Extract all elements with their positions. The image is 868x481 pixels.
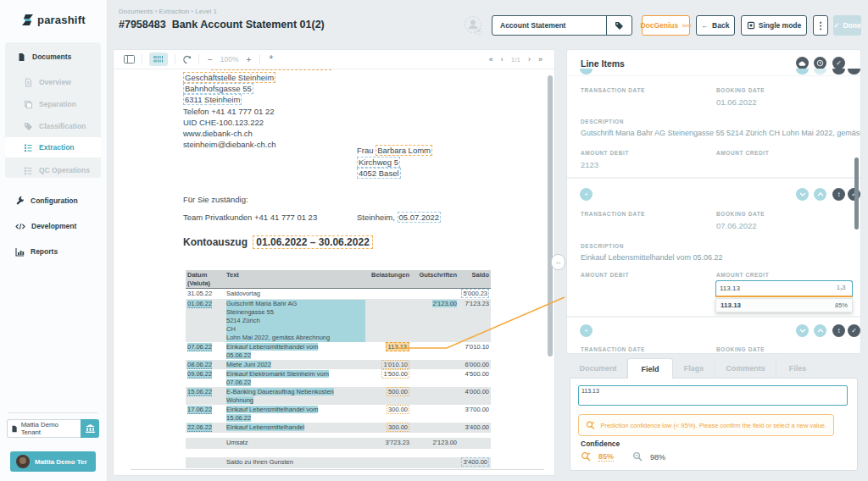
- extracted-field[interactable]: 3'400.00: [461, 457, 489, 467]
- extracted-field[interactable]: 07.06.22: [187, 343, 212, 351]
- extracted-field[interactable]: 08.06.22: [187, 361, 212, 369]
- tab-field[interactable]: Field: [627, 358, 673, 379]
- refresh-icon[interactable]: [182, 55, 192, 64]
- sidebar-item-documents[interactable]: Documents: [5, 47, 101, 66]
- next-page-icon[interactable]: ›: [528, 55, 531, 64]
- suggestion-option[interactable]: 113.13 85%: [715, 298, 853, 312]
- sidebar-item-development[interactable]: Development: [5, 217, 101, 235]
- classification-tag-button[interactable]: [606, 16, 632, 35]
- extracted-field[interactable]: Miete Juni 2022: [226, 361, 271, 368]
- amount-credit-input[interactable]: [715, 280, 853, 297]
- back-button[interactable]: ← Back: [696, 15, 735, 36]
- toolbar-separator: [259, 54, 260, 64]
- extracted-field[interactable]: 500.00: [387, 387, 409, 396]
- breadcrumb[interactable]: Documents › Extraction › Level 1: [119, 8, 217, 15]
- extracted-field[interactable]: 6311 Steinheim: [183, 94, 242, 105]
- confirm-icon[interactable]: ✓: [848, 324, 860, 337]
- tab-document[interactable]: Document: [570, 358, 627, 379]
- zoom-out-icon[interactable]: −: [206, 55, 214, 64]
- confirm-all-icon[interactable]: ✓: [832, 57, 845, 69]
- sidebar-item-reports[interactable]: Reports: [5, 242, 101, 261]
- selected-field-value[interactable]: 113.13: [386, 342, 409, 351]
- panel-resize-handle[interactable]: ↔: [551, 254, 565, 270]
- user-menu-button[interactable]: Mattia Demo Ter: [10, 451, 96, 472]
- extracted-field[interactable]: E-Banking Dauerauftrag Nebenkosten: [226, 388, 334, 395]
- last-page-icon[interactable]: »: [538, 55, 542, 64]
- booking-date-value[interactable]: 07.06.2022: [716, 221, 757, 230]
- extracted-field[interactable]: Barbara Lomm: [376, 145, 432, 156]
- extracted-field[interactable]: 15.06.22: [187, 388, 212, 396]
- cell-date: 31.05.22: [186, 289, 225, 299]
- extracted-field[interactable]: 05.07.2022: [398, 212, 442, 223]
- move-down-icon[interactable]: [796, 324, 809, 337]
- extracted-field[interactable]: 1'500.00: [381, 369, 409, 379]
- docgenius-button[interactable]: DocGeniusbeta: [642, 15, 690, 36]
- barcode-tool-active[interactable]: [149, 53, 168, 66]
- extracted-field[interactable]: 2'123.00: [432, 300, 457, 307]
- zoom-in-icon[interactable]: +: [245, 55, 253, 64]
- tenant-switch-button[interactable]: [81, 419, 99, 438]
- extracted-field[interactable]: 01.06.22: [187, 300, 212, 308]
- previous-page-icon[interactable]: ‹: [501, 55, 504, 64]
- field-value-input[interactable]: 113.13: [578, 385, 848, 406]
- add-line-item-icon[interactable]: +: [580, 188, 593, 201]
- tab-files[interactable]: Files: [776, 358, 819, 379]
- sender-line: Telefon +41 41 777 01 22: [183, 106, 275, 117]
- extracted-field[interactable]: 300.00: [387, 423, 409, 432]
- prediction-confidence-value[interactable]: 85%: [598, 452, 614, 462]
- extracted-field[interactable]: Geschäftstelle Steinheim: [183, 72, 275, 83]
- swap-icon[interactable]: ↕: [832, 324, 845, 337]
- history-icon[interactable]: [814, 57, 826, 69]
- thumbnails-toggle-icon[interactable]: [124, 55, 135, 64]
- extracted-field[interactable]: 300.00: [387, 405, 409, 414]
- sidebar-item-qc-operations[interactable]: QC Operations: [5, 161, 101, 180]
- tab-flags[interactable]: Flags: [673, 358, 715, 379]
- amount-debit-value[interactable]: 2123: [581, 160, 598, 169]
- extracted-field[interactable]: 1'010.10: [381, 360, 409, 369]
- extracted-field[interactable]: 17.06.22: [187, 406, 212, 414]
- tab-comments[interactable]: Comments: [715, 358, 776, 379]
- sidebar-item-separation[interactable]: Separation: [5, 95, 101, 113]
- sidebar-item-extraction[interactable]: Extraction: [5, 137, 101, 158]
- booking-date-value[interactable]: 01.06.2022: [716, 97, 757, 107]
- done-button[interactable]: ✓ Done: [833, 15, 861, 36]
- extracted-field[interactable]: Einkauf Lebensmittelhandel vom: [226, 406, 318, 413]
- extracted-field[interactable]: 05.06.22: [226, 351, 251, 359]
- extracted-field[interactable]: Einkauf Lebensmittelhandel vom: [226, 343, 318, 351]
- upload-all-icon[interactable]: [796, 57, 809, 69]
- move-up-icon[interactable]: [814, 324, 826, 337]
- description-value[interactable]: Gutschrift Maria Bahr AG Steinengasse 55…: [581, 129, 861, 137]
- assign-user-icon[interactable]: [463, 15, 485, 37]
- swap-icon[interactable]: ↕: [832, 188, 845, 201]
- tenant-input[interactable]: Mattia Demo Tenant: [7, 419, 81, 438]
- cell-saldo: 4'500.00: [459, 369, 491, 387]
- extracted-field[interactable]: Wohnung: [226, 396, 253, 404]
- more-options-button[interactable]: ⋮: [813, 15, 828, 36]
- move-down-icon[interactable]: [796, 188, 809, 201]
- extracted-field[interactable]: Gutschrift Maria Bahr AG Steinengasse 55…: [226, 300, 365, 342]
- extracted-field[interactable]: Bahnhofsgasse 55: [183, 83, 253, 94]
- first-page-icon[interactable]: «: [489, 55, 493, 64]
- add-line-item-icon[interactable]: +: [580, 324, 593, 337]
- sidebar-item-overview[interactable]: Overview: [5, 73, 101, 91]
- extracted-field[interactable]: Einkauf Elektromarkt Steinheim vom: [226, 370, 329, 378]
- viewer-scrollbar[interactable]: [548, 75, 553, 357]
- extracted-field[interactable]: 09.06.22: [187, 370, 212, 379]
- extracted-field[interactable]: 22.06.22: [187, 423, 212, 432]
- description-value[interactable]: Einkauf Lebensmittelhandel vom 05.06.22: [581, 253, 723, 262]
- move-up-icon[interactable]: [814, 188, 826, 201]
- extracted-field[interactable]: Einkauf Lebensmittelhandel: [226, 423, 304, 431]
- single-mode-button[interactable]: Single mode: [741, 15, 807, 36]
- extracted-field[interactable]: 5'000.23: [461, 289, 489, 298]
- line-items-scrollbar[interactable]: [854, 158, 859, 229]
- back-arrow-icon: ←: [702, 21, 709, 30]
- sidebar-item-classification[interactable]: Classification: [5, 117, 101, 135]
- fit-page-icon[interactable]: *: [267, 53, 275, 65]
- extracted-field[interactable]: 4052 Basel: [357, 168, 401, 179]
- extracted-field[interactable]: 07.06.22: [226, 379, 251, 386]
- document-type-select[interactable]: Account Statement: [492, 15, 632, 36]
- sidebar-item-configuration[interactable]: Configuration: [5, 191, 101, 210]
- extracted-field[interactable]: Kirchweg 5: [357, 157, 400, 168]
- extracted-field[interactable]: 15.06.22: [226, 414, 251, 422]
- extracted-field[interactable]: 01.06.2022 – 30.06.2022: [253, 235, 372, 249]
